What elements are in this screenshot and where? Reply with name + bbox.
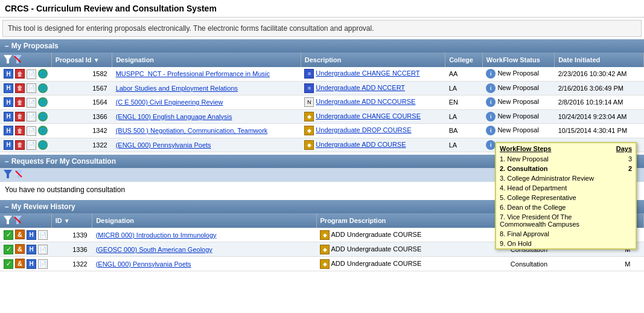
delete-button[interactable]: 🗑	[15, 69, 25, 79]
delete-button[interactable]: 🗑	[15, 97, 25, 107]
globe-button[interactable]: 🌐	[38, 112, 48, 121]
rh-col-actions	[0, 213, 51, 228]
proposal-college: BA	[445, 124, 483, 138]
proposal-designation: MUSPPC_NCT - Professional Performance in…	[112, 67, 301, 81]
doc-button[interactable]: 📄	[27, 140, 36, 150]
delete-button[interactable]: 🗑	[15, 126, 25, 135]
col-designation: Designation	[112, 53, 301, 67]
my-proposals-header: – My Proposals	[0, 39, 644, 53]
h-button[interactable]: H	[27, 259, 36, 269]
clear-filter-icon-consultation[interactable]	[14, 170, 23, 180]
page-wrapper: CRCS - Curriculum Review and Consultatio…	[0, 0, 644, 271]
h-button[interactable]: H	[4, 69, 13, 79]
doc-button[interactable]: 📄	[27, 69, 36, 79]
delete-button[interactable]: 🗑	[15, 112, 25, 121]
col-proposal-id: Proposal Id ▼	[51, 53, 112, 67]
svg-marker-6	[4, 216, 12, 224]
rh-col-designation: Designation	[92, 213, 316, 228]
h-button[interactable]: H	[4, 83, 13, 93]
info-icon[interactable]: i	[486, 126, 496, 135]
desc-icon: ≡	[304, 69, 314, 79]
proposal-description: N Undergraduate ADD NCCOURSE	[301, 95, 445, 110]
globe-button[interactable]: 🌐	[38, 83, 48, 93]
check-button[interactable]: ✓	[4, 245, 13, 254]
globe-button[interactable]: 🌐	[38, 140, 48, 150]
doc-button[interactable]: 📄	[38, 259, 48, 269]
row-actions: H 🗑 📄 🌐	[0, 109, 51, 124]
info-icon[interactable]: i	[486, 140, 496, 150]
globe-button[interactable]: 🌐	[38, 69, 48, 79]
workflow-steps-popup: WorkFlow Steps Days 1. New Proposal 3 2.…	[495, 142, 637, 250]
popup-days	[613, 202, 636, 212]
clear-filter-icon-proposals[interactable]	[13, 55, 22, 65]
rh-id: 1336	[51, 242, 92, 257]
desc-icon: ≡	[304, 83, 314, 93]
h-button[interactable]: H	[4, 112, 13, 121]
delete-button[interactable]: 🗑	[15, 83, 25, 93]
proposal-date: 10/24/2014 9:23:04 AM	[555, 109, 644, 124]
popup-step: 7. Vice President Of The Commonwealth Ca…	[496, 212, 613, 229]
info-bar: This tool is designed for entering propo…	[2, 20, 642, 37]
doc-button[interactable]: 📄	[38, 245, 48, 254]
info-icon[interactable]: i	[486, 112, 496, 121]
proposal-description: ≡ Undergraduate CHANGE NCCERT	[301, 67, 445, 81]
popup-days	[613, 173, 636, 183]
popup-step: 1. New Proposal	[496, 154, 613, 164]
doc-button[interactable]: 📄	[27, 98, 36, 108]
rh-designation: (ENGL 000) Pennsylvania Poets	[92, 257, 316, 271]
rh-id: 1322	[51, 257, 92, 271]
h-button[interactable]: H	[4, 140, 13, 150]
my-proposals-title: My Proposals	[11, 42, 59, 50]
info-icon[interactable]: i	[486, 83, 496, 93]
col-workflow-status: WorkFlow Status	[482, 53, 554, 67]
info-icon[interactable]: i	[486, 97, 496, 107]
row-actions: H 🗑 📄 🌐	[0, 67, 51, 81]
h-button[interactable]: H	[4, 97, 13, 107]
desc-icon: N	[304, 97, 314, 107]
amp-button[interactable]: &	[15, 244, 25, 254]
desc-icon: ◆	[320, 245, 330, 254]
filter-icon-review[interactable]	[4, 216, 12, 225]
proposal-status: i New Proposal	[482, 124, 554, 138]
review-history-title: My Review History	[11, 202, 75, 211]
proposal-id: 1567	[51, 81, 112, 95]
doc-button[interactable]: 📄	[38, 230, 48, 240]
doc-button[interactable]: 📄	[27, 112, 36, 121]
svg-marker-0	[4, 55, 12, 63]
filter-icon-proposals[interactable]	[4, 55, 12, 65]
h-button[interactable]: H	[27, 245, 36, 254]
popup-days	[613, 239, 636, 248]
desc-icon: ◆	[304, 140, 314, 150]
h-button[interactable]: H	[4, 126, 13, 135]
desc-icon: ◆	[304, 112, 314, 121]
h-button[interactable]: H	[27, 230, 36, 240]
info-icon[interactable]: i	[486, 69, 496, 79]
globe-button[interactable]: 🌐	[38, 97, 48, 107]
check-button[interactable]: ✓	[4, 230, 13, 240]
popup-step: 8. Final Approval	[496, 229, 613, 239]
check-button[interactable]: ✓	[4, 259, 13, 269]
proposal-date: 10/15/2014 4:30:41 PM	[555, 124, 644, 138]
desc-icon: ◆	[320, 259, 330, 269]
filter-icon-consultation[interactable]	[4, 170, 12, 180]
clear-filter-icon-review[interactable]	[13, 216, 22, 225]
proposal-id: 1342	[51, 124, 112, 138]
globe-button[interactable]: 🌐	[38, 126, 48, 135]
proposal-date: 2/8/2016 10:19:14 AM	[555, 95, 644, 110]
proposal-status: i New Proposal	[482, 67, 554, 81]
delete-button[interactable]: 🗑	[15, 140, 25, 150]
amp-button[interactable]: &	[15, 230, 25, 239]
proposal-id: 1564	[51, 95, 112, 110]
proposal-date: 2/16/2016 3:06:49 PM	[555, 81, 644, 95]
doc-button[interactable]: 📄	[27, 83, 36, 93]
requests-consultation-title: Requests For My Consultation	[11, 157, 116, 166]
page-header: CRCS - Curriculum Review and Consultatio…	[0, 0, 644, 18]
amp-button[interactable]: &	[15, 259, 25, 268]
desc-icon: ◆	[320, 230, 330, 240]
rh-row-actions: ✓ & H 📄	[0, 242, 51, 257]
popup-days: 3	[613, 154, 636, 164]
rh-program-desc: ◆ ADD Undergraduate COURSE	[316, 257, 507, 271]
rh-program-desc: ◆ ADD Undergraduate COURSE	[316, 242, 507, 257]
doc-button[interactable]: 📄	[27, 126, 36, 136]
proposal-college: LA	[445, 138, 483, 152]
